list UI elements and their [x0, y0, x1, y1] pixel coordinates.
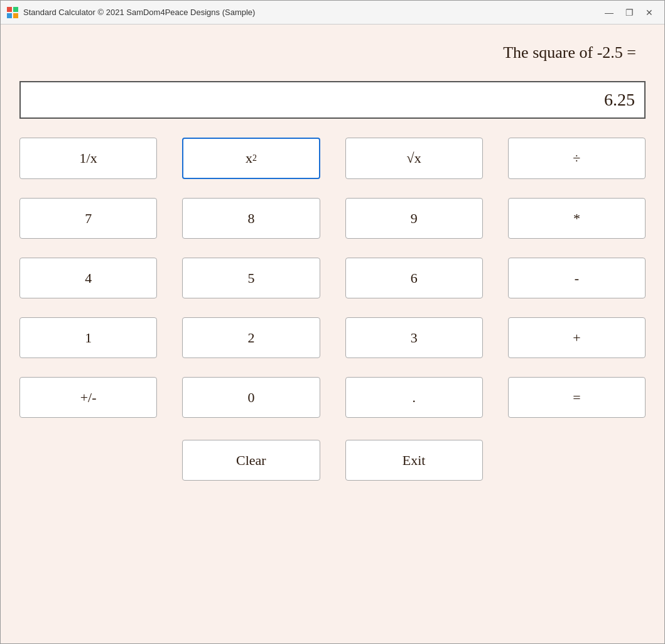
btn-1[interactable]: 1	[19, 317, 157, 358]
btn-decimal[interactable]: .	[345, 377, 483, 418]
btn-6[interactable]: 6	[345, 258, 483, 298]
display-value: 6.25	[19, 81, 646, 119]
svg-rect-0	[7, 7, 12, 12]
btn-clear[interactable]: Clear	[182, 440, 320, 481]
title-bar: Standard Calculator © 2021 SamDom4Peace …	[1, 1, 664, 25]
svg-rect-3	[13, 13, 18, 18]
btn-multiply[interactable]: *	[508, 198, 646, 239]
btn-3[interactable]: 3	[345, 317, 483, 358]
buttons-row1: 1/x x2 √x ÷	[19, 131, 646, 185]
btn-add[interactable]: +	[508, 317, 646, 358]
btn-sqrt[interactable]: √x	[345, 138, 483, 179]
btn-subtract[interactable]: -	[508, 258, 646, 298]
btn-posneg[interactable]: +/-	[19, 377, 157, 418]
calculator-window: Standard Calculator © 2021 SamDom4Peace …	[0, 0, 665, 644]
minimize-button[interactable]: —	[600, 6, 618, 19]
btn-square[interactable]: x2	[182, 138, 320, 179]
btn-4[interactable]: 4	[19, 258, 157, 298]
btn-empty2	[508, 440, 646, 481]
btn-9[interactable]: 9	[345, 198, 483, 239]
btn-empty1	[19, 440, 157, 481]
display-label: The square of -2.5 =	[19, 37, 646, 75]
buttons-row5: +/- 0 . =	[19, 371, 646, 424]
window-controls: — ❐ ✕	[600, 6, 658, 19]
calculator-body: The square of -2.5 = 6.25 1/x x2 √x ÷ 7 …	[1, 25, 664, 643]
window-title: Standard Calculator © 2021 SamDom4Peace …	[23, 8, 255, 17]
buttons-row4: 1 2 3 +	[19, 311, 646, 364]
btn-0[interactable]: 0	[182, 377, 320, 418]
buttons-row3: 4 5 6 -	[19, 251, 646, 305]
close-button[interactable]: ✕	[641, 6, 658, 19]
btn-divide[interactable]: ÷	[508, 138, 646, 179]
btn-2[interactable]: 2	[182, 317, 320, 358]
btn-8[interactable]: 8	[182, 198, 320, 239]
buttons-row6: Clear Exit	[19, 434, 646, 487]
app-icon	[7, 7, 18, 18]
buttons-row2: 7 8 9 *	[19, 192, 646, 245]
svg-rect-1	[13, 7, 18, 12]
btn-5[interactable]: 5	[182, 258, 320, 298]
restore-button[interactable]: ❐	[620, 6, 638, 19]
btn-equals[interactable]: =	[508, 377, 646, 418]
btn-exit[interactable]: Exit	[345, 440, 483, 481]
svg-rect-2	[7, 13, 12, 18]
btn-7[interactable]: 7	[19, 198, 157, 239]
title-bar-left: Standard Calculator © 2021 SamDom4Peace …	[7, 7, 255, 18]
btn-inv[interactable]: 1/x	[19, 138, 157, 179]
